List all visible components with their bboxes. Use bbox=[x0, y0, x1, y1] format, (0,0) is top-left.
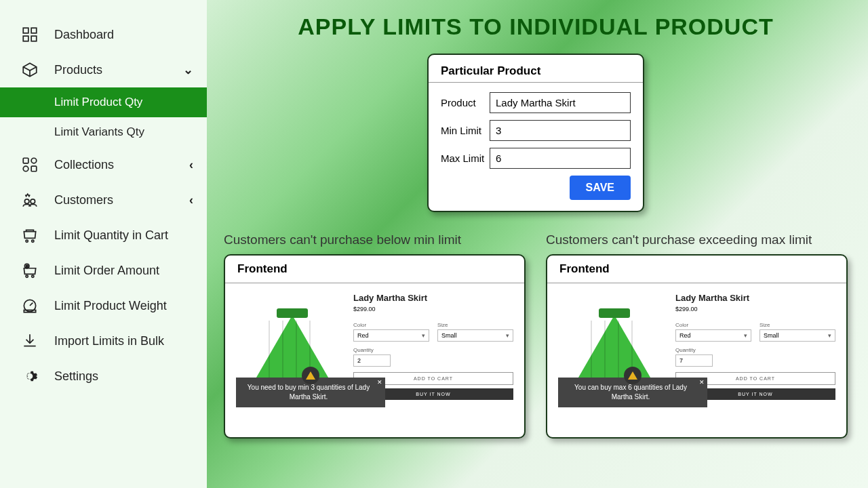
color-label: Color bbox=[675, 322, 751, 328]
warning-icon bbox=[624, 367, 642, 384]
qty-input[interactable]: 7 bbox=[675, 354, 713, 367]
chevron-down-icon: ⌄ bbox=[183, 62, 193, 77]
color-select[interactable]: Red bbox=[675, 329, 751, 342]
chevron-left-icon: ‹ bbox=[189, 158, 193, 172]
qty-label: Quantity bbox=[353, 347, 391, 353]
product-input[interactable] bbox=[490, 92, 631, 113]
size-label: Size bbox=[760, 322, 835, 328]
particular-product-form: Particular Product Product Min Limit Max… bbox=[427, 54, 644, 212]
sidebar-item-import-limits[interactable]: Import Limits in Bulk bbox=[0, 323, 207, 359]
min-preview-heading: Customers can't purchase below min limit bbox=[224, 232, 526, 247]
sidebar-item-label: Limit Product Weight bbox=[54, 299, 167, 313]
close-icon[interactable]: ✕ bbox=[699, 378, 705, 387]
import-icon bbox=[20, 331, 39, 350]
toast-text: You can buy max 6 quantities of Lady Mar… bbox=[574, 384, 687, 401]
sidebar-item-label: Products bbox=[54, 63, 102, 77]
collections-icon bbox=[20, 155, 39, 174]
svg-rect-7 bbox=[31, 166, 37, 171]
product-title: Lady Martha Skirt bbox=[353, 293, 513, 303]
preview-card-title: Frontend bbox=[225, 256, 524, 283]
sidebar-item-label: Dashboard bbox=[54, 28, 114, 42]
toast-text: You need to buy min 3 quantities of Lady… bbox=[248, 384, 370, 401]
color-label: Color bbox=[353, 322, 429, 328]
min-limit-input[interactable] bbox=[490, 120, 631, 141]
sidebar-item-customers[interactable]: Customers ‹ bbox=[0, 182, 207, 218]
sidebar: Dashboard Products ⌄ Limit Product Qty L… bbox=[0, 0, 207, 488]
customers-icon bbox=[20, 190, 39, 209]
sidebar-item-label: Customers bbox=[54, 193, 113, 207]
cart-icon bbox=[20, 226, 39, 245]
sidebar-item-products[interactable]: Products ⌄ bbox=[0, 52, 207, 87]
close-icon[interactable]: ✕ bbox=[377, 378, 382, 387]
chevron-left-icon: ‹ bbox=[189, 193, 193, 207]
svg-rect-3 bbox=[31, 36, 37, 41]
dashboard-icon bbox=[20, 25, 39, 44]
min-limit-label: Min Limit bbox=[441, 125, 490, 136]
svg-point-13 bbox=[32, 275, 34, 277]
warning-icon bbox=[302, 367, 319, 384]
svg-point-9 bbox=[31, 199, 35, 204]
sidebar-item-settings[interactable]: Settings bbox=[0, 359, 207, 394]
sidebar-item-label: Limit Quantity in Cart bbox=[54, 228, 168, 243]
sidebar-subitem-limit-product-qty[interactable]: Limit Product Qty bbox=[0, 87, 207, 117]
svg-point-10 bbox=[26, 240, 28, 242]
sidebar-item-limit-order-amount[interactable]: $ Limit Order Amount bbox=[0, 253, 207, 288]
qty-input[interactable]: 2 bbox=[353, 354, 391, 367]
sidebar-item-label: Settings bbox=[54, 369, 98, 384]
svg-point-12 bbox=[26, 275, 28, 277]
color-select[interactable]: Red bbox=[353, 329, 429, 342]
svg-rect-5 bbox=[31, 158, 37, 163]
svg-text:$: $ bbox=[26, 264, 28, 268]
order-amount-icon: $ bbox=[20, 261, 39, 280]
sidebar-subitem-label: Limit Product Qty bbox=[54, 96, 142, 108]
product-image: You can buy max 6 quantities of Lady Mar… bbox=[558, 293, 670, 425]
products-icon bbox=[20, 60, 39, 79]
sidebar-item-limit-product-weight[interactable]: Limit Product Weight bbox=[0, 288, 207, 323]
sidebar-item-dashboard[interactable]: Dashboard bbox=[0, 17, 207, 52]
sidebar-subitem-limit-variants-qty[interactable]: Limit Variants Qty bbox=[0, 117, 207, 147]
product-image: You need to buy min 3 quantities of Lady… bbox=[236, 293, 348, 425]
sidebar-item-collections[interactable]: Collections ‹ bbox=[0, 147, 207, 182]
max-limit-label: Max Limit bbox=[441, 152, 490, 164]
svg-rect-2 bbox=[23, 36, 28, 41]
svg-rect-1 bbox=[31, 28, 37, 33]
svg-rect-0 bbox=[23, 28, 28, 33]
sidebar-item-label: Collections bbox=[54, 158, 114, 172]
product-price: $299.00 bbox=[353, 306, 513, 312]
preview-card-title: Frontend bbox=[547, 256, 846, 283]
max-preview-heading: Customers can't purchase exceeding max l… bbox=[546, 232, 848, 247]
main-content: APPLY LIMITS TO INDIVIDUAL PRODUCT Parti… bbox=[207, 0, 868, 488]
form-heading: Particular Product bbox=[441, 64, 631, 78]
sidebar-item-limit-qty-cart[interactable]: Limit Quantity in Cart bbox=[0, 218, 207, 253]
min-limit-toast: You need to buy min 3 quantities of Lady… bbox=[236, 378, 385, 407]
size-select[interactable]: Small bbox=[437, 329, 513, 342]
size-select[interactable]: Small bbox=[760, 329, 835, 342]
gear-icon bbox=[20, 367, 39, 386]
save-button[interactable]: SAVE bbox=[570, 176, 631, 200]
sidebar-item-label: Limit Order Amount bbox=[54, 264, 159, 278]
max-limit-input[interactable] bbox=[490, 148, 631, 169]
svg-rect-6 bbox=[23, 166, 28, 171]
sidebar-item-label: Import Limits in Bulk bbox=[54, 334, 164, 348]
product-price: $299.00 bbox=[675, 306, 835, 312]
svg-rect-4 bbox=[23, 158, 28, 163]
min-preview-card: Frontend You need to buy min 3 quantitie… bbox=[224, 254, 526, 439]
product-title: Lady Martha Skirt bbox=[675, 293, 835, 303]
size-label: Size bbox=[437, 322, 513, 328]
qty-label: Quantity bbox=[675, 347, 713, 353]
weight-icon bbox=[20, 296, 39, 315]
product-label: Product bbox=[441, 97, 490, 108]
max-preview-card: Frontend You can buy max 6 quantities of… bbox=[546, 254, 848, 439]
page-title: APPLY LIMITS TO INDIVIDUAL PRODUCT bbox=[224, 14, 848, 40]
svg-point-8 bbox=[24, 199, 29, 204]
svg-point-11 bbox=[32, 240, 34, 242]
sidebar-subitem-label: Limit Variants Qty bbox=[54, 125, 144, 138]
max-limit-toast: You can buy max 6 quantities of Lady Mar… bbox=[558, 378, 707, 407]
